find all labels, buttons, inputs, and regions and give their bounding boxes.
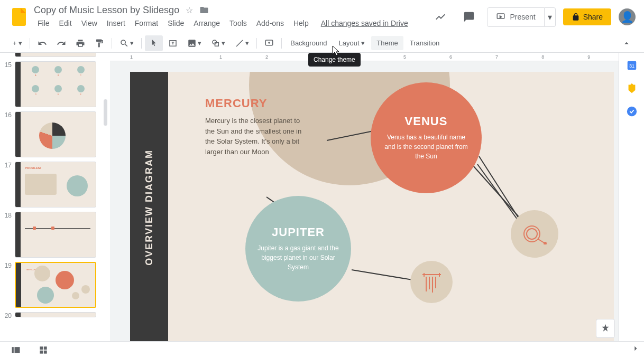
slide-number: 17 xyxy=(4,162,15,208)
jupiter-circle[interactable]: JUPITER Jupiter is a gas giant and the b… xyxy=(245,196,351,302)
menu-slide[interactable]: Slide xyxy=(164,17,188,30)
textbox-tool[interactable] xyxy=(164,35,182,51)
slide-thumb-15[interactable]: ABCDEF xyxy=(15,61,96,107)
keep-icon[interactable] xyxy=(626,82,638,94)
present-button-group: Present ▾ xyxy=(487,7,555,27)
svg-line-8 xyxy=(352,270,416,280)
redo-button[interactable] xyxy=(52,35,70,51)
slide-thumb-19[interactable]: MERCURY xyxy=(15,262,96,308)
svg-point-24 xyxy=(627,107,636,116)
slide-thumb-partial[interactable] xyxy=(15,53,96,57)
share-label: Share xyxy=(583,13,603,21)
svg-rect-28 xyxy=(44,346,47,350)
menu-help[interactable]: Help xyxy=(290,17,312,30)
star-icon[interactable]: ☆ xyxy=(186,5,193,15)
chimes-icon xyxy=(420,270,444,294)
slides-icon xyxy=(12,8,26,26)
scrollbar-thumb[interactable] xyxy=(104,99,107,126)
side-panel: 31 xyxy=(619,53,644,341)
bottom-bar xyxy=(0,341,644,358)
menu-bar: File Edit View Insert Format Slide Arran… xyxy=(34,17,430,30)
collapse-toolbar-icon[interactable] xyxy=(618,35,636,51)
slide-filmstrip[interactable]: 15 ABCDEF 16 17 PROBLEM 18 19 MERCURY 20 xyxy=(0,53,110,341)
jupiter-text: Jupiter is a gas giant and the biggest p… xyxy=(256,243,341,272)
menu-addons[interactable]: Add-ons xyxy=(253,17,288,30)
paint-format-button[interactable] xyxy=(90,35,108,51)
jupiter-title: JUPITER xyxy=(272,225,325,239)
toolbar: + ▾ ▾ ▾ ▾ ▾ Background Layout ▾ Theme Tr… xyxy=(0,34,644,53)
app-header: Copy of Music Lesson by Slidesgo ☆ File … xyxy=(0,0,644,34)
new-slide-button[interactable]: + ▾ xyxy=(8,36,26,50)
venus-circle[interactable]: VENUS Venus has a beautiful name and is … xyxy=(371,82,482,193)
select-tool[interactable] xyxy=(145,35,163,51)
calendar-icon[interactable]: 31 xyxy=(626,59,638,71)
separator xyxy=(281,38,282,49)
comment-tool[interactable] xyxy=(260,35,278,51)
zoom-button[interactable]: ▾ xyxy=(115,35,138,51)
print-button[interactable] xyxy=(71,35,89,51)
overview-label: OVERVIEW DIAGRAM xyxy=(144,149,155,266)
slide-number xyxy=(4,53,15,57)
overview-sidebar[interactable]: OVERVIEW DIAGRAM xyxy=(130,72,168,341)
explore-button[interactable] xyxy=(596,319,615,338)
mercury-title: MERCURY xyxy=(205,97,303,110)
side-panel-toggle-icon[interactable] xyxy=(630,343,641,354)
menu-edit[interactable]: Edit xyxy=(56,17,76,30)
venus-text: Venus has a beautiful name and is the se… xyxy=(381,133,471,161)
shape-tool[interactable]: ▾ xyxy=(207,35,229,51)
svg-point-14 xyxy=(544,242,546,244)
activity-icon[interactable] xyxy=(430,6,451,27)
doc-title-row: Copy of Music Lesson by Slidesgo ☆ xyxy=(34,5,430,16)
filmstrip-view-icon[interactable] xyxy=(8,343,23,357)
menu-arrange[interactable]: Arrange xyxy=(190,17,224,30)
grid-view-icon[interactable] xyxy=(36,343,51,357)
menu-insert[interactable]: Insert xyxy=(103,17,129,30)
theme-button[interactable]: Theme xyxy=(371,36,403,50)
share-button[interactable]: Share xyxy=(563,8,611,25)
drum-icon xyxy=(521,223,548,244)
drum-icon-circle[interactable] xyxy=(511,210,558,258)
chimes-icon-circle[interactable] xyxy=(410,261,453,303)
title-area: Copy of Music Lesson by Slidesgo ☆ File … xyxy=(34,5,430,30)
svg-text:31: 31 xyxy=(629,63,634,69)
line-tool[interactable]: ▾ xyxy=(231,35,253,51)
background-button[interactable]: Background xyxy=(285,36,332,50)
svg-line-7 xyxy=(468,161,521,220)
svg-rect-25 xyxy=(12,347,14,353)
save-status[interactable]: All changes saved in Drive xyxy=(321,19,408,27)
present-label: Present xyxy=(510,13,535,21)
slide-thumb-16[interactable] xyxy=(15,111,96,157)
slide-thumb-20[interactable] xyxy=(15,312,96,317)
venus-title: VENUS xyxy=(405,115,448,128)
svg-rect-30 xyxy=(44,350,47,353)
app-logo[interactable] xyxy=(8,6,30,27)
slide-number: 15 xyxy=(4,61,15,107)
comments-icon[interactable] xyxy=(458,6,480,27)
undo-button[interactable] xyxy=(33,35,51,51)
slide-number: 20 xyxy=(4,312,15,319)
menu-tools[interactable]: Tools xyxy=(226,17,251,30)
user-avatar[interactable]: 👤 xyxy=(619,8,636,25)
separator xyxy=(30,38,30,49)
tasks-icon[interactable] xyxy=(626,106,638,117)
header-actions: Present ▾ Share 👤 xyxy=(430,6,636,27)
layout-button[interactable]: Layout ▾ xyxy=(334,36,371,50)
svg-line-10 xyxy=(477,164,521,225)
present-button[interactable]: Present xyxy=(487,7,544,27)
menu-format[interactable]: Format xyxy=(131,17,162,30)
main-area: 15 ABCDEF 16 17 PROBLEM 18 19 MERCURY 20 xyxy=(0,53,644,341)
slide-number: 19 xyxy=(4,262,15,308)
transition-button[interactable]: Transition xyxy=(404,36,445,50)
slide-thumb-17[interactable]: PROBLEM xyxy=(15,162,96,208)
folder-icon[interactable] xyxy=(199,5,209,15)
slide-canvas[interactable]: OVERVIEW DIAGRAM MERCURY Mercury is the … xyxy=(130,72,614,341)
slide-thumb-18[interactable] xyxy=(15,212,96,258)
mercury-text-block[interactable]: MERCURY Mercury is the closest planet to… xyxy=(205,97,303,157)
menu-file[interactable]: File xyxy=(34,17,53,30)
canvas-area: 1 1 2 3 4 5 6 7 8 9 OVERVIEW DIAGRAM xyxy=(110,53,619,341)
present-dropdown[interactable]: ▾ xyxy=(545,7,556,27)
horizontal-ruler: 1 1 2 3 4 5 6 7 8 9 xyxy=(110,53,619,61)
image-tool[interactable]: ▾ xyxy=(183,35,206,51)
document-title[interactable]: Copy of Music Lesson by Slidesgo xyxy=(34,5,179,16)
menu-view[interactable]: View xyxy=(78,17,101,30)
